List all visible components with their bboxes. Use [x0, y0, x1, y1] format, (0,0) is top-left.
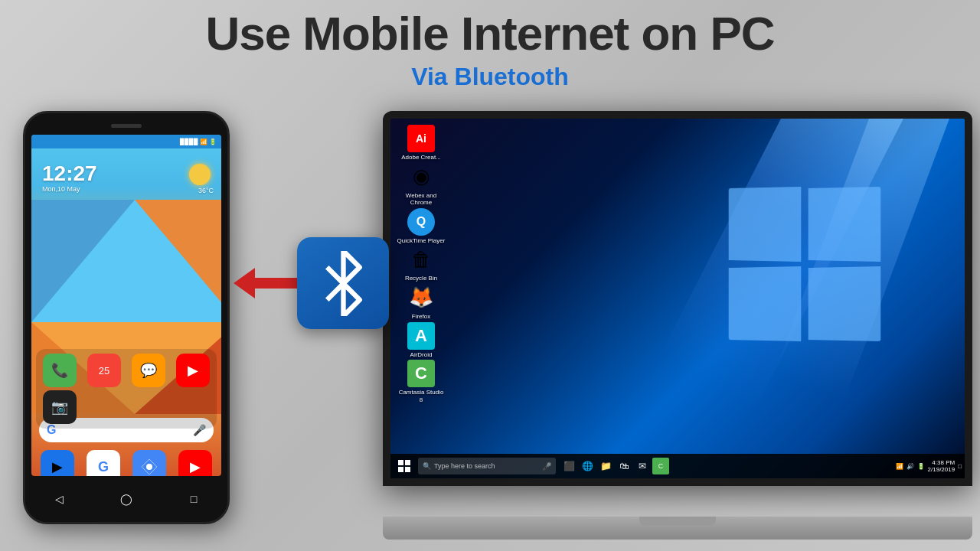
svg-rect-2	[398, 460, 403, 465]
taskbar-icon-taskview[interactable]: ⬛	[560, 458, 577, 474]
dock-phone[interactable]: 📞	[39, 354, 80, 387]
windows-wallpaper: Ai Adobe Creat... ◉ Webex and Chrome Q Q…	[390, 119, 965, 478]
desktop-icon-firefox[interactable]: 🦊 Firefox	[397, 284, 446, 321]
desktop-icon-quicktime[interactable]: Q QuickTime Player	[397, 208, 446, 245]
dock-calendar[interactable]: 25	[83, 354, 125, 387]
phone-temperature: 36°C	[198, 187, 214, 194]
app-chrome[interactable]: Chrome	[128, 450, 171, 476]
win-logo-pane-4	[808, 266, 881, 341]
laptop-container: Ai Adobe Creat... ◉ Webex and Chrome Q Q…	[383, 111, 972, 540]
svg-point-1	[146, 464, 152, 470]
phone-device: ▉▉▉▉ 📶 🔋 12:27 Mon,10 May 36°C G 🎤 ▶ Pla…	[23, 111, 230, 524]
taskbar-clock: 4:38 PM 2/19/2019	[928, 459, 956, 473]
wallpaper-triangle1	[31, 200, 221, 322]
desktop-icons: Ai Adobe Creat... ◉ Webex and Chrome Q Q…	[397, 125, 446, 403]
app-google[interactable]: G Google	[82, 450, 125, 476]
taskbar-pinned-icons: ⬛ 🌐 📁 🛍 ✉ C	[560, 458, 669, 474]
win-logo-pane-1	[729, 187, 802, 262]
taskbar-icon-mail[interactable]: ✉	[634, 458, 651, 474]
left-arrow	[234, 268, 297, 298]
win-logo-pane-2	[808, 187, 881, 262]
taskbar-notification-icon[interactable]: □	[958, 463, 962, 470]
laptop-notch	[639, 517, 716, 526]
app-youtube[interactable]: ▶ YouTube	[174, 450, 217, 476]
phone-speaker	[111, 124, 142, 128]
title-area: Use Mobile Internet on PC Via Bluetooth	[0, 8, 980, 91]
win-logo-pane-3	[729, 266, 802, 341]
start-button[interactable]	[394, 455, 415, 477]
dock-youtube[interactable]: ▶	[172, 354, 214, 387]
nav-recents-button[interactable]: □	[186, 491, 201, 507]
taskbar-icon-explorer[interactable]: 📁	[597, 458, 614, 474]
phone-container: ▉▉▉▉ 📶 🔋 12:27 Mon,10 May 36°C G 🎤 ▶ Pla…	[23, 111, 230, 524]
desktop-icon-recycle-bin[interactable]: 🗑 Recycle Bin	[397, 246, 446, 282]
phone-dock: 📞 25 💬 ▶ 📷	[36, 349, 217, 429]
left-arrow-shaft	[255, 278, 297, 289]
left-arrow-tip	[234, 268, 255, 298]
taskbar-date-display: 2/19/2019	[928, 466, 956, 473]
dock-camera[interactable]: 📷	[39, 390, 80, 424]
sub-title: Via Bluetooth	[0, 63, 980, 91]
laptop-base	[383, 517, 972, 540]
desktop-icon-camtasia[interactable]: C Camtasia Studio 8	[397, 360, 446, 403]
svg-rect-5	[405, 467, 410, 472]
taskbar-volume-icon: 🔊	[906, 463, 914, 470]
phone-weather-icon	[189, 164, 211, 185]
desktop-icon-chrome[interactable]: ◉ Webex and Chrome	[397, 163, 446, 207]
taskbar-search[interactable]: 🔍 Type here to search 🎤	[418, 458, 556, 474]
phone-status-bar: ▉▉▉▉ 📶 🔋	[31, 135, 221, 148]
phone-date: Mon,10 May	[42, 185, 80, 193]
desktop-icon-adobe[interactable]: Ai Adobe Creat...	[397, 125, 446, 161]
dock-messages[interactable]: 💬	[128, 354, 169, 387]
nav-home-button[interactable]: ◯	[119, 491, 134, 507]
taskbar-search-text: Type here to search	[434, 462, 495, 470]
windows-logo	[727, 187, 880, 341]
app-play-store[interactable]: ▶ Play Store	[36, 450, 79, 476]
taskbar-wifi-icon: 📶	[896, 463, 903, 470]
taskbar-time-display: 4:38 PM	[928, 459, 956, 466]
desktop-icon-airdroid[interactable]: A AirDroid	[397, 322, 446, 359]
svg-rect-3	[405, 460, 410, 465]
phone-time: 12:27	[42, 161, 97, 186]
windows-taskbar: 🔍 Type here to search 🎤 ⬛ 🌐 📁 🛍 ✉ C 📶 🔊 …	[390, 454, 965, 478]
main-title: Use Mobile Internet on PC	[0, 8, 980, 60]
nav-back-button[interactable]: ◁	[51, 491, 67, 507]
phone-screen: ▉▉▉▉ 📶 🔋 12:27 Mon,10 May 36°C G 🎤 ▶ Pla…	[31, 135, 221, 476]
taskbar-icon-camtasia-taskbar[interactable]: C	[652, 458, 669, 474]
taskbar-icon-ie[interactable]: 🌐	[579, 458, 596, 474]
bluetooth-icon	[297, 237, 389, 329]
laptop-screen: Ai Adobe Creat... ◉ Webex and Chrome Q Q…	[383, 111, 972, 486]
phone-navigation-bar: ◁ ◯ □	[25, 476, 227, 522]
taskbar-system-tray: 📶 🔊 🔋 4:38 PM 2/19/2019 □	[896, 459, 962, 473]
svg-rect-4	[398, 467, 403, 472]
phone-app-grid-row1: ▶ Play Store G Google Chrome ▶ YouTube	[36, 450, 217, 476]
taskbar-battery-icon: 🔋	[917, 463, 925, 470]
taskbar-icon-store[interactable]: 🛍	[616, 458, 632, 474]
